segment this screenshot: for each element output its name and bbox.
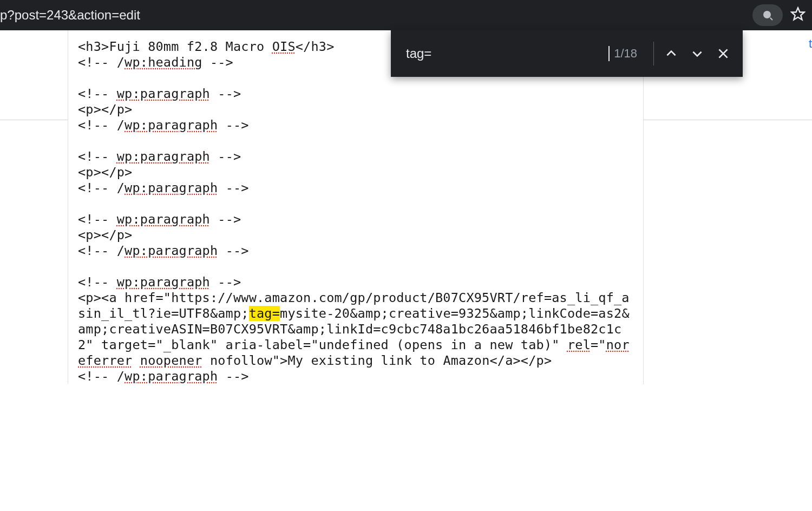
code-text[interactable]: <h3>Fuji 80mm f2.8 Macro OIS</h3> <!-- /… bbox=[78, 39, 633, 384]
cropped-link-fragment: t bbox=[809, 37, 812, 51]
separator bbox=[653, 42, 654, 65]
find-input-wrap[interactable]: tag= bbox=[406, 46, 610, 61]
address-bar[interactable]: p?post=243&action=edit bbox=[0, 8, 752, 23]
bookmark-star-icon[interactable] bbox=[790, 6, 806, 24]
code-editor[interactable]: <h3>Fuji 80mm f2.8 Macro OIS</h3> <!-- /… bbox=[68, 30, 644, 384]
find-input[interactable]: tag= bbox=[406, 46, 608, 61]
text-cursor bbox=[608, 46, 610, 61]
find-match-highlight: tag= bbox=[249, 306, 280, 321]
browser-toolbar: p?post=243&action=edit bbox=[0, 0, 812, 30]
svg-point-0 bbox=[763, 11, 771, 18]
lens-icon[interactable] bbox=[752, 4, 783, 26]
toolbar-actions bbox=[752, 4, 806, 26]
page-body: t <h3>Fuji 80mm f2.8 Macro OIS</h3> <!--… bbox=[0, 30, 812, 511]
find-close-icon[interactable] bbox=[710, 41, 736, 67]
find-in-page-bar: tag= 1/18 bbox=[391, 30, 743, 77]
find-match-count: 1/18 bbox=[614, 47, 637, 61]
find-next-icon[interactable] bbox=[684, 41, 710, 67]
find-prev-icon[interactable] bbox=[658, 41, 684, 67]
svg-marker-1 bbox=[791, 8, 804, 19]
